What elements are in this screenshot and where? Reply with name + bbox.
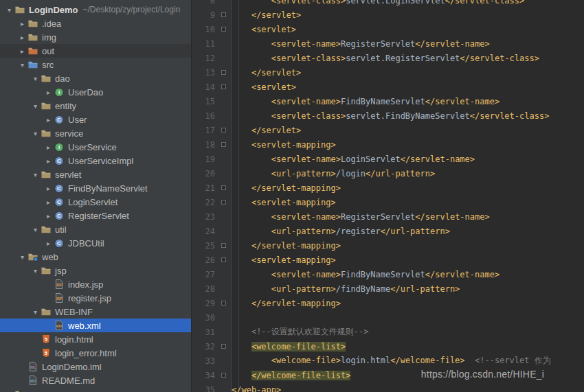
- editor-line-21[interactable]: 21 </servlet-mapping>: [192, 181, 584, 195]
- editor-line-29[interactable]: 29 </servlet-mapping>: [192, 296, 584, 310]
- fold-marker-icon[interactable]: [215, 27, 232, 32]
- tree-item-util[interactable]: ▾util: [0, 222, 191, 236]
- code-text: </servlet-mapping>: [232, 183, 341, 193]
- fold-marker-icon[interactable]: [215, 373, 232, 378]
- chevron-right-icon[interactable]: ▸: [43, 157, 54, 165]
- editor-line-35[interactable]: 35</web-app>: [192, 382, 584, 392]
- tree-item-label: out: [42, 46, 54, 56]
- tree-item-label: LoginDemo: [29, 5, 78, 15]
- editor-line-19[interactable]: 19 <servlet-name>LoginServlet</servlet-n…: [192, 152, 584, 166]
- editor-line-32[interactable]: 32 <welcome-file-list>: [192, 339, 584, 354]
- tree-item-logindemo-iml[interactable]: IMLLoginDemo.iml: [0, 360, 191, 373]
- tree-item-registerservlet[interactable]: ▸CRegisterServlet: [0, 209, 191, 222]
- editor-line-23[interactable]: 23 <servlet-name>RegisterServlet</servle…: [192, 209, 584, 224]
- tree-item-register-jsp[interactable]: JSPregister.jsp: [0, 291, 191, 305]
- tree-item-partial[interactable]: ▸: [0, 387, 191, 392]
- fold-marker-icon[interactable]: [215, 200, 232, 205]
- tree-item-servlet[interactable]: ▾servlet: [0, 168, 191, 181]
- editor-line-25[interactable]: 25 </servlet-mapping>: [192, 238, 584, 253]
- editor-line-12[interactable]: 12 <servlet-class>servlet.RegisterServle…: [192, 51, 584, 65]
- chevron-right-icon[interactable]: ▸: [43, 185, 54, 192]
- tree-item-service[interactable]: ▾service: [0, 126, 191, 140]
- fold-marker-icon[interactable]: [215, 128, 232, 132]
- editor-line-18[interactable]: 18 <servlet-mapping>: [192, 137, 584, 152]
- editor-line-10[interactable]: 10 <servlet>: [192, 22, 584, 36]
- tree-item-src[interactable]: ▾src: [0, 58, 191, 71]
- svg-text:</>: </>: [56, 324, 63, 328]
- chevron-right-icon[interactable]: ▸: [43, 212, 54, 220]
- line-number: 8: [192, 0, 215, 5]
- editor-code-area[interactable]: 8 <servlet-class>servlet.LoginServlet</s…: [192, 0, 584, 392]
- editor-line-8[interactable]: 8 <servlet-class>servlet.LoginServlet</s…: [192, 0, 584, 8]
- tree-item-img[interactable]: ▸img: [0, 30, 191, 44]
- editor-line-16[interactable]: 16 <servlet-class>servlet.FindByNameServ…: [192, 108, 584, 123]
- tree-item-index-jsp[interactable]: JSPindex.jsp: [0, 277, 191, 291]
- editor-line-20[interactable]: 20 <url-pattern>/login</url-pattern>: [192, 166, 584, 181]
- editor-line-26[interactable]: 26 <servlet-mapping>: [192, 253, 584, 267]
- editor-line-17[interactable]: 17 </servlet>: [192, 123, 584, 137]
- chevron-down-icon[interactable]: ▾: [30, 267, 41, 275]
- editor-line-14[interactable]: 14 <servlet>: [192, 80, 584, 94]
- editor-line-15[interactable]: 15 <servlet-name>FindByNameServlet</serv…: [192, 94, 584, 108]
- chevron-down-icon[interactable]: ▾: [30, 75, 41, 82]
- editor-line-11[interactable]: 11 <servlet-name>RegisterServlet</servle…: [192, 36, 584, 51]
- tree-item-idea[interactable]: ▸.idea: [0, 16, 191, 30]
- chevron-down-icon[interactable]: ▾: [30, 171, 41, 178]
- chevron-down-icon[interactable]: ▾: [17, 61, 27, 69]
- tree-item-user[interactable]: ▸CUser: [0, 113, 191, 126]
- editor-line-33[interactable]: 33 <welcome-file>login.html</welcome-fil…: [192, 354, 584, 368]
- chevron-down-icon[interactable]: ▾: [17, 253, 27, 261]
- fold-marker-icon[interactable]: [215, 185, 232, 190]
- tree-item-login-html[interactable]: 5login.html: [0, 332, 191, 346]
- editor-line-9[interactable]: 9 </servlet>: [192, 8, 584, 22]
- chevron-right-icon[interactable]: ▸: [43, 116, 54, 124]
- tree-item-userdao[interactable]: ▸IUserDao: [0, 85, 191, 99]
- editor-line-30[interactable]: 30: [192, 310, 584, 325]
- tree-item-out[interactable]: ▸out: [0, 44, 191, 58]
- fold-marker-icon[interactable]: [215, 142, 232, 147]
- chevron-right-icon[interactable]: ▸: [17, 20, 27, 27]
- tree-item-web[interactable]: ▾web: [0, 250, 191, 264]
- chevron-down-icon[interactable]: ▾: [30, 102, 41, 110]
- tree-item-userservice[interactable]: ▸IUserService: [0, 140, 191, 154]
- chevron-down-icon[interactable]: ▾: [30, 226, 41, 233]
- fold-marker-icon[interactable]: [215, 257, 232, 262]
- editor-line-28[interactable]: 28 <url-pattern>/findByName</url-pattern…: [192, 281, 584, 296]
- chevron-down-icon[interactable]: ▾: [30, 130, 41, 137]
- tree-item-dao[interactable]: ▾dao: [0, 71, 191, 85]
- tree-item-web-xml[interactable]: </>web.xml: [0, 319, 191, 332]
- chevron-down-icon[interactable]: ▾: [30, 308, 41, 316]
- tree-item-web-inf[interactable]: ▾WEB-INF: [0, 305, 191, 319]
- tree-item-login-error-html[interactable]: 5login_error.html: [0, 346, 191, 360]
- tree-item-findbynameservlet[interactable]: ▸CFindByNameServlet: [0, 181, 191, 195]
- class-icon: C: [54, 238, 65, 249]
- chevron-right-icon[interactable]: ▸: [43, 143, 54, 151]
- chevron-down-icon[interactable]: ▾: [4, 6, 14, 14]
- editor-line-13[interactable]: 13 </servlet>: [192, 65, 584, 80]
- chevron-right-icon[interactable]: ▸: [43, 240, 54, 247]
- fold-marker-icon[interactable]: [215, 70, 232, 75]
- tree-item-entity[interactable]: ▾entity: [0, 99, 191, 113]
- tree-item-userserviceimpl[interactable]: ▸CUserServiceImpl: [0, 154, 191, 168]
- chevron-right-icon[interactable]: ▸: [43, 198, 54, 206]
- tree-item-logindemo[interactable]: ▾LoginDemo~/Desktop/zy/project/Login: [0, 3, 191, 16]
- tree-item-jdbcutil[interactable]: ▸CJDBCUtil: [0, 236, 191, 250]
- fold-marker-icon[interactable]: [215, 84, 232, 89]
- fold-marker-icon[interactable]: [215, 301, 232, 305]
- chevron-right-icon[interactable]: ▸: [17, 47, 27, 55]
- editor-line-27[interactable]: 27 <servlet-name>FindByNameServlet</serv…: [192, 267, 584, 281]
- code-text: <welcome-file>login.html</welcome-file> …: [232, 355, 551, 367]
- editor-line-22[interactable]: 22 <servlet-mapping>: [192, 195, 584, 209]
- code-text: <servlet-name>RegisterServlet</servlet-n…: [232, 212, 490, 222]
- tree-item-loginservlet[interactable]: ▸CLoginServlet: [0, 195, 191, 209]
- chevron-right-icon[interactable]: ▸: [17, 34, 27, 41]
- tree-item-jsp[interactable]: ▾jsp: [0, 264, 191, 277]
- chevron-right-icon[interactable]: ▸: [43, 89, 54, 96]
- editor-line-24[interactable]: 24 <url-pattern>/register</url-pattern>: [192, 224, 584, 238]
- code-text: <servlet-mapping>: [232, 140, 336, 150]
- fold-marker-icon[interactable]: [215, 243, 232, 248]
- editor-line-31[interactable]: 31 <!--设置默认欢迎文件规则-->: [192, 325, 584, 339]
- fold-marker-icon[interactable]: [215, 344, 232, 349]
- fold-marker-icon[interactable]: [215, 12, 232, 17]
- tree-item-readme-md[interactable]: MDREADME.md: [0, 373, 191, 387]
